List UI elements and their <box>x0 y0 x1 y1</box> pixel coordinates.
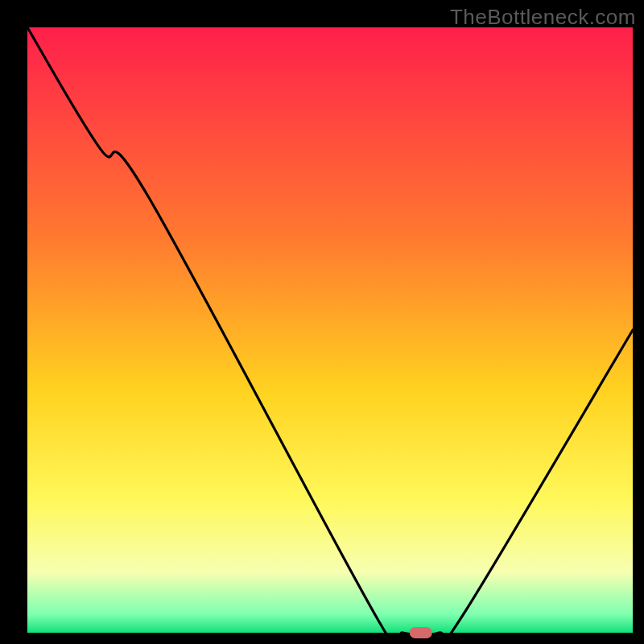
plot-background <box>27 27 633 633</box>
optimal-marker <box>410 627 432 638</box>
chart-stage: TheBottleneck.com <box>0 0 644 644</box>
bottleneck-chart <box>0 0 644 644</box>
